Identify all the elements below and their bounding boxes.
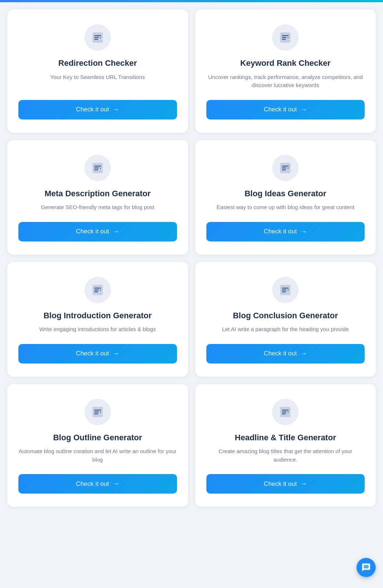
svg-rect-3 [287, 37, 290, 40]
card-title-keyword-rank-checker: Keyword Rank Checker [240, 58, 330, 69]
card-desc-redirection-checker: Your Key to Seamless URL Transitions [50, 73, 145, 90]
card-desc-headline-title-generator: Create amazing blog titles that get the … [206, 447, 365, 464]
cta-label-blog-introduction-generator: Check it out [76, 350, 109, 357]
cta-label-headline-title-generator: Check it out [264, 480, 297, 488]
card-icon-blog-introduction-generator [84, 277, 111, 303]
cta-label-meta-description-generator: Check it out [76, 228, 109, 235]
card-title-blog-outline-generator: Blog Outline Generator [53, 433, 142, 443]
cards-grid: Redirection Checker Your Key to Seamless… [0, 2, 383, 514]
cta-button-redirection-checker[interactable]: Check it out → [18, 100, 177, 119]
arrow-icon-keyword-rank-checker: → [300, 106, 307, 114]
arrow-icon-meta-description-generator: → [113, 228, 119, 236]
svg-rect-9 [99, 289, 102, 292]
card-icon-headline-title-generator [272, 399, 299, 425]
svg-rect-1 [99, 37, 102, 40]
card-title-meta-description-generator: Meta Description Generator [44, 189, 151, 199]
card-title-blog-introduction-generator: Blog Introduction Generator [43, 311, 152, 321]
chat-icon [361, 563, 371, 572]
card-icon-blog-ideas-generator [272, 155, 299, 181]
card-icon-blog-outline-generator [84, 399, 111, 425]
cta-button-meta-description-generator[interactable]: Check it out → [18, 222, 177, 241]
card-title-blog-conclusion-generator: Blog Conclusion Generator [233, 311, 338, 321]
card-icon-meta-description-generator [84, 155, 111, 181]
svg-rect-5 [99, 167, 102, 170]
cta-button-headline-title-generator[interactable]: Check it out → [206, 474, 365, 494]
cta-button-blog-outline-generator[interactable]: Check it out → [18, 474, 177, 494]
card-desc-meta-description-generator: Generate SEO-friendly meta tags for blog… [41, 203, 155, 212]
card-desc-keyword-rank-checker: Uncover rankings, track performance, ana… [206, 73, 365, 90]
svg-rect-7 [287, 167, 290, 170]
svg-rect-11 [287, 289, 290, 292]
cta-button-blog-conclusion-generator[interactable]: Check it out → [206, 344, 365, 363]
fab-button[interactable] [357, 558, 376, 577]
card-icon-keyword-rank-checker [272, 24, 299, 51]
card-keyword-rank-checker: Keyword Rank Checker Uncover rankings, t… [195, 10, 376, 133]
arrow-icon-blog-ideas-generator: → [300, 228, 307, 236]
card-blog-outline-generator: Blog Outline Generator Automate blog out… [7, 384, 188, 507]
card-icon-blog-conclusion-generator [272, 277, 299, 303]
cta-label-blog-conclusion-generator: Check it out [264, 350, 297, 357]
svg-rect-13 [99, 411, 102, 414]
card-blog-introduction-generator: Blog Introduction Generator Write engagi… [7, 262, 188, 377]
cta-button-keyword-rank-checker[interactable]: Check it out → [206, 100, 365, 119]
card-desc-blog-introduction-generator: Write engaging introductions for article… [39, 325, 156, 334]
arrow-icon-blog-conclusion-generator: → [300, 350, 307, 358]
card-desc-blog-outline-generator: Automate blog outline creation and let A… [18, 447, 177, 464]
arrow-icon-blog-introduction-generator: → [113, 350, 119, 358]
arrow-icon-blog-outline-generator: → [113, 480, 119, 488]
card-icon-redirection-checker [84, 24, 111, 51]
card-blog-conclusion-generator: Blog Conclusion Generator Let AI write a… [195, 262, 376, 377]
cta-label-redirection-checker: Check it out [76, 106, 109, 113]
card-desc-blog-conclusion-generator: Let AI write a paragraph for the heading… [222, 325, 349, 334]
cta-button-blog-ideas-generator[interactable]: Check it out → [206, 222, 365, 241]
card-desc-blog-ideas-generator: Easiest way to come up with blog ideas f… [217, 203, 354, 212]
card-meta-description-generator: Meta Description Generator Generate SEO-… [7, 140, 188, 255]
card-title-headline-title-generator: Headline & Title Generator [235, 433, 336, 443]
cta-label-blog-outline-generator: Check it out [76, 480, 109, 488]
cta-label-blog-ideas-generator: Check it out [264, 228, 297, 235]
card-title-redirection-checker: Redirection Checker [58, 58, 137, 69]
svg-rect-15 [287, 411, 290, 414]
cta-button-blog-introduction-generator[interactable]: Check it out → [18, 344, 177, 363]
arrow-icon-headline-title-generator: → [300, 480, 307, 488]
card-title-blog-ideas-generator: Blog Ideas Generator [245, 189, 326, 199]
cta-label-keyword-rank-checker: Check it out [264, 106, 297, 113]
card-redirection-checker: Redirection Checker Your Key to Seamless… [7, 10, 188, 133]
card-blog-ideas-generator: Blog Ideas Generator Easiest way to come… [195, 140, 376, 255]
card-headline-title-generator: Headline & Title Generator Create amazin… [195, 384, 376, 507]
arrow-icon-redirection-checker: → [113, 106, 119, 114]
